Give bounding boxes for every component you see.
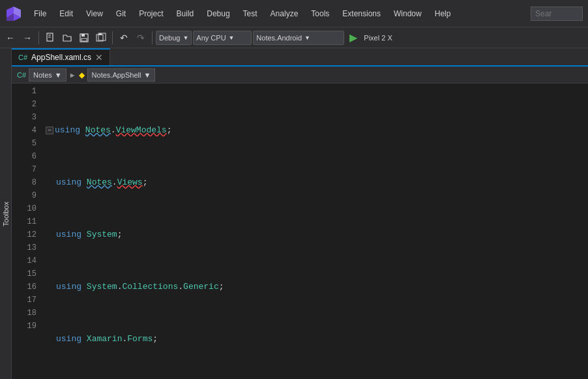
- line-num-10: 10: [12, 202, 37, 215]
- search-input[interactable]: [535, 9, 574, 18]
- menu-file[interactable]: File: [29, 7, 51, 21]
- global-search-box[interactable]: [531, 7, 583, 21]
- menu-project[interactable]: Project: [134, 7, 168, 21]
- tab-label: AppShell.xaml.cs: [31, 53, 91, 62]
- tab-appshell-xaml-cs[interactable]: C# AppShell.xaml.cs ✕: [12, 48, 110, 65]
- line-num-19: 19: [12, 320, 37, 333]
- line-num-8: 8: [12, 176, 37, 189]
- line-num-11: 11: [12, 215, 37, 228]
- kw-using-3: using: [56, 228, 81, 241]
- line-num-14: 14: [12, 254, 37, 267]
- menu-tools[interactable]: Tools: [306, 7, 334, 21]
- kw-using-1: using: [55, 124, 80, 137]
- menu-edit[interactable]: Edit: [54, 7, 78, 21]
- toolbox-label: Toolbox: [2, 202, 10, 226]
- save-button[interactable]: [76, 30, 92, 46]
- code-line-4: using System . Collections . Generic ;: [46, 280, 588, 294]
- toolbar: ← → ↶ ↷ Debug ▼ Any CPU ▼ Notes.Android …: [0, 27, 588, 48]
- menu-window[interactable]: Window: [389, 7, 427, 21]
- toolbar-separator-1: [38, 31, 39, 44]
- line-num-16: 16: [12, 280, 37, 294]
- line-num-13: 13: [12, 241, 37, 254]
- platform-dropdown[interactable]: Any CPU ▼: [193, 31, 252, 45]
- nav-class-label: Notes.AppShell: [92, 71, 141, 79]
- cls-forms: Forms: [127, 333, 153, 346]
- collapse-1[interactable]: −: [46, 127, 53, 134]
- code-line-5: using Xamarin . Forms ;: [46, 333, 588, 346]
- line-num-18: 18: [12, 307, 37, 320]
- nav-class-icon: ◆: [79, 70, 85, 80]
- config-dropdown-arrow: ▼: [183, 35, 188, 41]
- redo-button[interactable]: ↷: [133, 30, 149, 46]
- line-num-5: 5: [12, 137, 37, 150]
- save-all-button[interactable]: [93, 30, 109, 46]
- nav-namespace-arrow: ▼: [55, 71, 62, 79]
- tab-close-button[interactable]: ✕: [95, 53, 103, 62]
- run-button[interactable]: ▶: [345, 30, 361, 46]
- tab-bar: C# AppShell.xaml.cs ✕: [12, 48, 588, 67]
- toolbox-sidebar[interactable]: Toolbox: [0, 48, 12, 379]
- open-file-button[interactable]: [59, 30, 75, 46]
- cls-xamarin: Xamarin: [87, 333, 123, 346]
- line-numbers: 1 2 3 4 5 6 7 8 9 10 11 12 13 14 15 16 1…: [12, 83, 43, 379]
- line-num-4: 4: [12, 124, 37, 137]
- nav-namespace-label: Notes: [33, 71, 52, 79]
- build-config-dropdown[interactable]: Debug ▼: [156, 31, 192, 45]
- code-content[interactable]: − using Notes . ViewModels ; using Notes…: [43, 83, 588, 379]
- line-num-9: 9: [12, 189, 37, 202]
- svg-rect-8: [81, 34, 85, 37]
- titlebar: File Edit View Git Project Build Debug T…: [0, 0, 588, 27]
- platform-dropdown-arrow: ▼: [229, 35, 235, 41]
- nav-cs-icon: C#: [17, 71, 26, 79]
- kw-using-5: using: [56, 333, 81, 346]
- menu-help[interactable]: Help: [430, 7, 456, 21]
- editor-area: C# AppShell.xaml.cs ✕ C# Notes ▼ ► ◆ Not…: [12, 48, 588, 379]
- new-file-button[interactable]: [42, 30, 58, 46]
- line-num-1: 1: [12, 85, 37, 98]
- kw-using-2: using: [56, 176, 81, 189]
- line-num-6: 6: [12, 150, 37, 163]
- line-num-7: 7: [12, 163, 37, 176]
- svg-rect-12: [99, 33, 102, 35]
- cls-views: Views: [117, 176, 143, 189]
- menu-git[interactable]: Git: [111, 7, 131, 21]
- line-num-2: 2: [12, 98, 37, 111]
- menu-build[interactable]: Build: [171, 7, 199, 21]
- vs-logo-icon: [5, 5, 22, 22]
- project-dropdown-arrow: ▼: [304, 35, 310, 41]
- back-button[interactable]: ←: [3, 30, 18, 46]
- cls-collections: Collections: [122, 280, 178, 294]
- menu-analyze[interactable]: Analyze: [265, 7, 304, 21]
- toolbar-separator-2: [112, 31, 113, 44]
- menu-test[interactable]: Test: [238, 7, 263, 21]
- menu-extensions[interactable]: Extensions: [337, 7, 386, 21]
- device-label: Pixel 2 X: [364, 34, 392, 42]
- tab-icon: C#: [18, 53, 27, 61]
- ns-notes-2: Notes: [87, 176, 112, 189]
- line-num-15: 15: [12, 267, 37, 280]
- nav-separator: ►: [69, 71, 76, 79]
- toolbar-separator-3: [152, 31, 153, 44]
- undo-button[interactable]: ↶: [116, 30, 132, 46]
- nav-class-arrow: ▼: [143, 71, 151, 79]
- line-num-17: 17: [12, 294, 37, 307]
- kw-using-4: using: [56, 280, 81, 294]
- code-line-1: − using Notes . ViewModels ;: [46, 124, 588, 137]
- forward-button[interactable]: →: [20, 30, 35, 46]
- svg-rect-9: [81, 38, 87, 41]
- code-editor[interactable]: 1 2 3 4 5 6 7 8 9 10 11 12 13 14 15 16 1…: [12, 83, 588, 379]
- menu-debug[interactable]: Debug: [201, 7, 235, 21]
- nav-bar: C# Notes ▼ ► ◆ Notes.AppShell ▼: [12, 67, 588, 83]
- line-num-12: 12: [12, 228, 37, 241]
- ns-notes-1: Notes: [85, 124, 111, 137]
- cls-system-col: System: [87, 280, 117, 294]
- project-dropdown[interactable]: Notes.Android ▼: [253, 31, 344, 45]
- cls-generic: Generic: [183, 280, 219, 294]
- nav-namespace-dropdown[interactable]: Notes ▼: [29, 68, 66, 82]
- menu-view[interactable]: View: [81, 7, 108, 21]
- line-num-3: 3: [12, 111, 37, 124]
- code-line-2: using Notes . Views ;: [46, 176, 588, 189]
- code-line-3: using System ;: [46, 228, 588, 241]
- nav-class-dropdown[interactable]: Notes.AppShell ▼: [87, 68, 156, 82]
- cls-system: System: [87, 228, 117, 241]
